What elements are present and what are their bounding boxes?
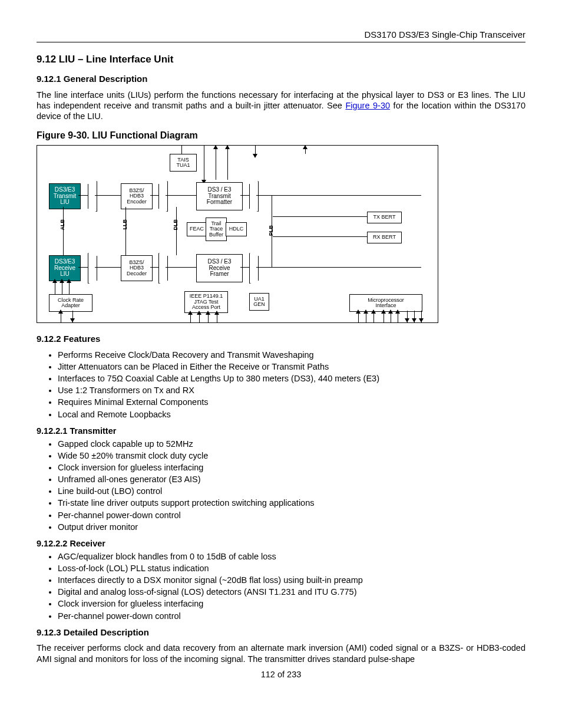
list-item: Interfaces directly to a DSX monitor sig… (58, 575, 525, 585)
list-item: Clock inversion for glueless interfacing (58, 462, 525, 473)
mux-icon (88, 253, 97, 284)
list-item: Requires Minimal External Components (58, 397, 525, 407)
block-b3zs-decoder: B3ZS/ HDB3 Decoder (121, 255, 153, 281)
mux-icon (249, 253, 259, 284)
figure-caption: Figure 9-30. LIU Functional Diagram (37, 130, 525, 141)
block-tx-formatter: DS3 / E3 Transmit Formatter (196, 182, 243, 210)
tx-features-list: Gapped clock capable up to 52MHz Wide 50… (37, 439, 525, 532)
mux-icon (88, 181, 97, 212)
heading-9-12-2-1: 9.12.2.1 Transmitter (37, 426, 525, 436)
features-list: Performs Receive Clock/Data Recovery and… (37, 350, 525, 420)
block-tx-bert: TX BERT (367, 212, 402, 223)
list-item: Interfaces to 75Ω Coaxial Cable at Lengt… (58, 373, 525, 384)
para-general-description: The line interface units (LIUs) perform … (37, 90, 525, 121)
heading-9-12-1: 9.12.1 General Description (37, 74, 525, 85)
liu-functional-diagram: TAIS TUA1 DS3/E3 Transmit LIU B3ZS/ HDB3… (37, 145, 438, 323)
block-rx-liu: DS3/E3 Receive LIU (49, 255, 81, 281)
mux-icon (249, 181, 259, 212)
doc-title: DS3170 DS3/E3 Single-Chip Transceiver (365, 29, 525, 39)
list-item: Per-channel power-down control (58, 611, 525, 621)
list-item: Output driver monitor (58, 522, 525, 532)
block-rx-bert: RX BERT (367, 232, 402, 243)
list-item: Digital and analog loss-of-signal (LOS) … (58, 587, 525, 597)
list-item: Loss-of-lock (LOL) PLL status indication (58, 563, 525, 574)
heading-9-12-3: 9.12.3 Detailed Description (37, 627, 525, 638)
block-rx-framer: DS3 / E3 Receive Framer (196, 254, 243, 282)
list-item: Unframed all-ones generator (E3 AIS) (58, 474, 525, 485)
rx-features-list: AGC/equalizer block handles from 0 to 15… (37, 551, 525, 621)
page-number: 112 of 233 (37, 669, 525, 680)
list-item: Clock inversion for glueless interfacing (58, 598, 525, 609)
heading-9-12-2-2: 9.12.2.2 Receiver (37, 538, 525, 549)
block-b3zs-encoder: B3ZS/ HDB3 Encoder (121, 183, 153, 209)
list-item: Local and Remote Loopbacks (58, 409, 525, 420)
list-item: AGC/equalizer block handles from 0 to 15… (58, 551, 525, 562)
block-jtag: IEEE P1149.1 JTAG Test Access Port (184, 291, 228, 313)
list-item: Line build-out (LBO) control (58, 486, 525, 496)
running-header: DS3170 DS3/E3 Single-Chip Transceiver (37, 29, 525, 42)
block-tais: TAIS TUA1 (170, 154, 197, 172)
list-item: Wide 50 ±20% transmit clock duty cycle (58, 450, 525, 461)
block-clock-rate-adapter: Clock Rate Adapter (49, 294, 92, 312)
heading-9-12: 9.12 LIU – Line Interface Unit (37, 53, 525, 65)
block-tx-liu: DS3/E3 Transmit LIU (49, 183, 81, 209)
block-trail-trace-buffer: Trail Trace Buffer (206, 218, 227, 241)
list-item: Use 1:2 Transformers on Tx and RX (58, 385, 525, 396)
block-hdlc: HDLC (226, 222, 247, 236)
block-feac: FEAC (187, 222, 207, 236)
list-item: Jitter Attenuators can be Placed in Eith… (58, 361, 525, 372)
mux-icon (158, 181, 168, 212)
list-item: Tri-state line driver outputs support pr… (58, 498, 525, 508)
para-detailed-description: The receiver performs clock and data rec… (37, 643, 525, 664)
block-ua1-gen: UA1 GEN (249, 293, 269, 311)
list-item: Gapped clock capable up to 52MHz (58, 439, 525, 449)
figure-link[interactable]: Figure 9-30 (345, 101, 390, 110)
heading-9-12-2: 9.12.2 Features (37, 334, 525, 345)
list-item: Per-channel power-down control (58, 510, 525, 521)
mux-icon (158, 253, 168, 284)
list-item: Performs Receive Clock/Data Recovery and… (58, 350, 525, 360)
